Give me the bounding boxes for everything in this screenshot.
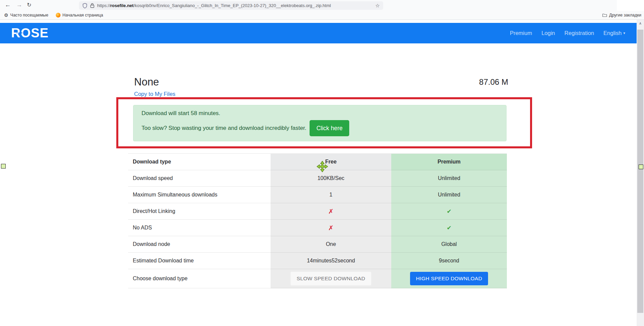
nav-registration[interactable]: Registration bbox=[564, 30, 594, 36]
scroll-up-arrow-icon[interactable]: ∧ bbox=[637, 21, 644, 26]
col-premium: Premium bbox=[391, 154, 507, 170]
address-bar[interactable]: https://rosefile.net/kosqrib0nv/Enrico_S… bbox=[79, 1, 383, 10]
bookmark-label: Начальная страница bbox=[63, 13, 103, 17]
url-text[interactable]: https://rosefile.net/kosqrib0nv/Enrico_S… bbox=[97, 3, 373, 8]
row-label: Estimated Download time bbox=[128, 253, 271, 269]
nav-premium[interactable]: Premium bbox=[510, 30, 532, 36]
nav-language-dropdown[interactable]: English ▾ bbox=[603, 30, 625, 36]
forward-icon[interactable]: → bbox=[16, 1, 22, 8]
table-row: Maximum Simultaneous downloads 1 Unlimit… bbox=[128, 187, 507, 203]
other-bookmarks-button[interactable]: Другие закладки bbox=[602, 11, 641, 20]
browser-window: ← → ↻ https://rosefile.net/kosqrib0nv/En… bbox=[0, 0, 644, 326]
firefox-icon bbox=[56, 13, 61, 17]
premium-value: Unlimited bbox=[391, 187, 507, 203]
col-free: Free bbox=[271, 154, 391, 170]
bookmark-label: Часто посещаемые bbox=[10, 13, 48, 17]
premium-value: Unlimited bbox=[391, 170, 507, 187]
row-label: Maximum Simultaneous downloads bbox=[128, 187, 271, 203]
table-row: Choose download type SLOW SPEED DOWNLOAD… bbox=[128, 269, 507, 288]
download-countdown-alert: Download will start 58 minutes. Too slow… bbox=[133, 105, 507, 141]
file-size: 87.06 M bbox=[437, 77, 508, 87]
cross-icon: ✗ bbox=[328, 208, 334, 215]
back-icon[interactable]: ← bbox=[5, 1, 11, 8]
table-row: Estimated Download time 14minutes52secon… bbox=[128, 253, 507, 269]
table-row: Download node One Global bbox=[128, 236, 507, 253]
bookmark-star-icon[interactable]: ☆ bbox=[375, 3, 380, 9]
countdown-text: Download will start 58 minutes. bbox=[142, 110, 498, 117]
col-download-type: Download type bbox=[128, 154, 271, 170]
site-header: ROSE FILE Premium Login Registration Eng… bbox=[0, 23, 637, 43]
download-comparison-table: Download type Free Premium Download spee… bbox=[128, 153, 507, 288]
bookmarks-bar: ⚙ Часто посещаемые Начальная страница Др… bbox=[0, 11, 644, 20]
file-title: None bbox=[134, 76, 159, 88]
scrollbar-thumb[interactable] bbox=[637, 30, 643, 313]
cross-icon: ✗ bbox=[328, 224, 334, 231]
high-speed-download-button[interactable]: HIGH SPEED DOWNLOAD bbox=[410, 272, 488, 285]
bookmark-frequently-visited[interactable]: ⚙ Часто посещаемые bbox=[4, 12, 48, 18]
check-icon: ✔ bbox=[447, 208, 451, 215]
row-label: Download node bbox=[128, 236, 271, 253]
chevron-down-icon: ▾ bbox=[623, 31, 625, 35]
row-label: Download speed bbox=[128, 170, 271, 187]
site-logo-sub: FILE bbox=[16, 32, 23, 34]
tracking-shield-icon[interactable] bbox=[82, 3, 87, 8]
free-value: One bbox=[271, 236, 391, 253]
free-value: 14minutes52second bbox=[271, 253, 391, 269]
nav-login[interactable]: Login bbox=[541, 30, 555, 36]
url-domain: rosefile.net bbox=[110, 3, 133, 8]
annotation-handle-right[interactable] bbox=[639, 165, 643, 169]
annotation-handle-left[interactable] bbox=[1, 164, 6, 169]
bookmark-home-page[interactable]: Начальная страница bbox=[56, 13, 103, 17]
slow-speed-download-button[interactable]: SLOW SPEED DOWNLOAD bbox=[290, 271, 372, 286]
table-row: No ADS ✗ ✔ bbox=[128, 220, 507, 236]
table-row: Direct/Hot Linking ✗ ✔ bbox=[128, 203, 507, 220]
click-here-button[interactable]: Click here bbox=[310, 120, 349, 136]
row-label: Choose download type bbox=[128, 269, 271, 288]
site-nav: Premium Login Registration English ▾ bbox=[510, 23, 625, 43]
folder-icon bbox=[602, 13, 607, 17]
move-cursor-icon bbox=[316, 160, 328, 173]
row-label: Direct/Hot Linking bbox=[128, 203, 271, 220]
reload-icon[interactable]: ↻ bbox=[27, 2, 31, 8]
premium-value: Global bbox=[391, 236, 507, 253]
browser-toolbar: ← → ↻ https://rosefile.net/kosqrib0nv/En… bbox=[0, 0, 644, 11]
gear-icon: ⚙ bbox=[4, 12, 8, 18]
row-label: No ADS bbox=[128, 220, 271, 236]
check-icon: ✔ bbox=[447, 225, 451, 231]
page-scrollbar[interactable]: ∧ bbox=[637, 20, 644, 326]
free-value: 1 bbox=[271, 187, 391, 203]
lock-icon bbox=[90, 3, 94, 8]
upsell-text: Too slow? Stop wasting your time and dow… bbox=[142, 125, 306, 132]
free-value: 100KB/Sec bbox=[271, 170, 391, 187]
other-bookmarks-label: Другие закладки bbox=[609, 13, 641, 17]
copy-to-my-files-link[interactable]: Copy to My Files bbox=[134, 91, 175, 97]
premium-value: 9second bbox=[391, 253, 507, 269]
